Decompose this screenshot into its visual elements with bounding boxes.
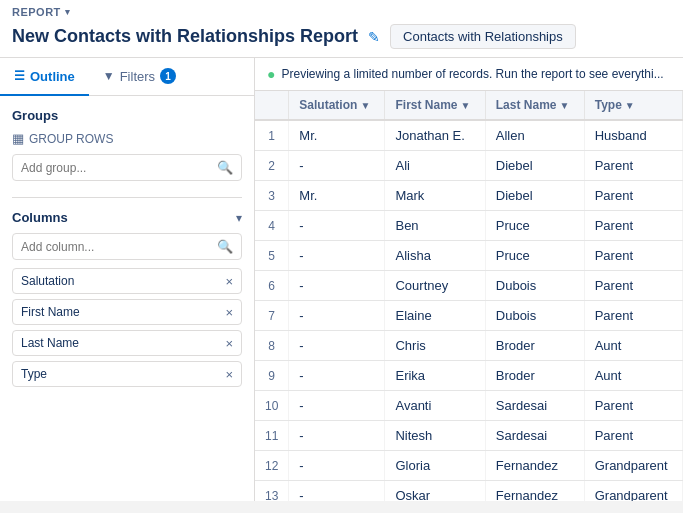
row-number: 9 xyxy=(255,361,289,391)
remove-type-button[interactable]: × xyxy=(225,368,233,381)
group-search-icon: 🔍 xyxy=(217,160,233,175)
contacts-with-relationships-button[interactable]: Contacts with Relationships xyxy=(390,24,576,49)
row-number: 3 xyxy=(255,181,289,211)
divider xyxy=(12,197,242,198)
cell-firstname: Avanti xyxy=(385,391,485,421)
cell-salutation: - xyxy=(289,301,385,331)
cell-salutation: - xyxy=(289,451,385,481)
cell-lastname: Dubois xyxy=(485,271,584,301)
cell-lastname: Fernandez xyxy=(485,481,584,502)
cell-type: Parent xyxy=(584,421,682,451)
cell-lastname: Pruce xyxy=(485,211,584,241)
preview-banner: ● Previewing a limited number of records… xyxy=(255,58,683,91)
edit-icon[interactable]: ✎ xyxy=(368,29,380,45)
cell-type: Parent xyxy=(584,391,682,421)
row-number: 13 xyxy=(255,481,289,502)
cell-type: Aunt xyxy=(584,331,682,361)
cell-type: Parent xyxy=(584,301,682,331)
filters-tab-label: Filters xyxy=(120,69,155,84)
sort-lastname-icon[interactable]: ▼ xyxy=(559,100,569,111)
column-search-icon: 🔍 xyxy=(217,239,233,254)
tabs: ☰ Outline ▼ Filters 1 xyxy=(0,58,254,96)
sort-type-icon[interactable]: ▼ xyxy=(625,100,635,111)
report-chevron-icon[interactable]: ▾ xyxy=(65,7,71,17)
col-header-lastname[interactable]: Last Name ▼ xyxy=(485,91,584,120)
cell-type: Parent xyxy=(584,271,682,301)
table-row: 7 - Elaine Dubois Parent xyxy=(255,301,683,331)
table-row: 4 - Ben Pruce Parent xyxy=(255,211,683,241)
add-column-search-box[interactable]: 🔍 xyxy=(12,233,242,260)
add-group-search-box[interactable]: 🔍 xyxy=(12,154,242,181)
row-number: 4 xyxy=(255,211,289,241)
data-table: Salutation ▼ First Name ▼ xyxy=(255,91,683,501)
cell-firstname: Erika xyxy=(385,361,485,391)
sort-firstname-icon[interactable]: ▼ xyxy=(461,100,471,111)
left-panel: ☰ Outline ▼ Filters 1 Groups ▦ GROUP ROW… xyxy=(0,58,255,501)
group-rows-label: GROUP ROWS xyxy=(29,132,113,146)
groups-section-title: Groups xyxy=(12,108,242,123)
cell-salutation: Mr. xyxy=(289,181,385,211)
sort-salutation-icon[interactable]: ▼ xyxy=(360,100,370,111)
right-panel: ● Previewing a limited number of records… xyxy=(255,58,683,501)
cell-type: Parent xyxy=(584,241,682,271)
panel-content: Groups ▦ GROUP ROWS 🔍 Columns ▾ 🔍 xyxy=(0,96,254,501)
add-group-input[interactable] xyxy=(21,161,212,175)
row-number: 7 xyxy=(255,301,289,331)
tab-outline[interactable]: ☰ Outline xyxy=(0,58,89,96)
column-tag-label: Salutation xyxy=(21,274,74,288)
cell-salutation: - xyxy=(289,331,385,361)
cell-lastname: Sardesai xyxy=(485,391,584,421)
cell-firstname: Alisha xyxy=(385,241,485,271)
table-container: Salutation ▼ First Name ▼ xyxy=(255,91,683,501)
columns-section-title: Columns xyxy=(12,210,68,225)
row-number: 12 xyxy=(255,451,289,481)
table-row: 3 Mr. Mark Diebel Parent xyxy=(255,181,683,211)
column-tag-type: Type × xyxy=(12,361,242,387)
cell-type: Parent xyxy=(584,181,682,211)
table-row: 6 - Courtney Dubois Parent xyxy=(255,271,683,301)
row-number: 6 xyxy=(255,271,289,301)
cell-firstname: Chris xyxy=(385,331,485,361)
remove-salutation-button[interactable]: × xyxy=(225,275,233,288)
col-header-salutation[interactable]: Salutation ▼ xyxy=(289,91,385,120)
cell-salutation: - xyxy=(289,151,385,181)
table-row: 13 - Oskar Fernandez Grandparent xyxy=(255,481,683,502)
group-rows-row: ▦ GROUP ROWS xyxy=(12,131,242,146)
col-header-type[interactable]: Type ▼ xyxy=(584,91,682,120)
add-column-input[interactable] xyxy=(21,240,212,254)
columns-chevron-icon[interactable]: ▾ xyxy=(236,211,242,225)
preview-message: Previewing a limited number of records. … xyxy=(281,67,663,81)
row-number: 10 xyxy=(255,391,289,421)
cell-type: Husband xyxy=(584,120,682,151)
row-number: 8 xyxy=(255,331,289,361)
cell-firstname: Ben xyxy=(385,211,485,241)
remove-firstname-button[interactable]: × xyxy=(225,306,233,319)
column-tag-label: Last Name xyxy=(21,336,79,350)
group-rows-icon: ▦ xyxy=(12,131,24,146)
cell-lastname: Sardesai xyxy=(485,421,584,451)
cell-firstname: Elaine xyxy=(385,301,485,331)
table-row: 9 - Erika Broder Aunt xyxy=(255,361,683,391)
column-tag-label: Type xyxy=(21,367,47,381)
title-row: New Contacts with Relationships Report ✎… xyxy=(12,20,671,57)
cell-firstname: Ali xyxy=(385,151,485,181)
tab-filters[interactable]: ▼ Filters 1 xyxy=(89,58,190,96)
table-row: 8 - Chris Broder Aunt xyxy=(255,331,683,361)
cell-firstname: Courtney xyxy=(385,271,485,301)
table-body: 1 Mr. Jonathan E. Allen Husband 2 - Ali … xyxy=(255,120,683,501)
table-row: 5 - Alisha Pruce Parent xyxy=(255,241,683,271)
col-header-firstname[interactable]: First Name ▼ xyxy=(385,91,485,120)
page-title: New Contacts with Relationships Report xyxy=(12,26,358,47)
column-tag-lastname: Last Name × xyxy=(12,330,242,356)
check-icon: ● xyxy=(267,66,275,82)
column-tag-salutation: Salutation × xyxy=(12,268,242,294)
cell-lastname: Diebel xyxy=(485,181,584,211)
cell-lastname: Allen xyxy=(485,120,584,151)
cell-type: Aunt xyxy=(584,361,682,391)
filters-badge: 1 xyxy=(160,68,176,84)
cell-type: Grandparent xyxy=(584,451,682,481)
remove-lastname-button[interactable]: × xyxy=(225,337,233,350)
row-number-header xyxy=(255,91,289,120)
cell-salutation: Mr. xyxy=(289,120,385,151)
cell-salutation: - xyxy=(289,241,385,271)
